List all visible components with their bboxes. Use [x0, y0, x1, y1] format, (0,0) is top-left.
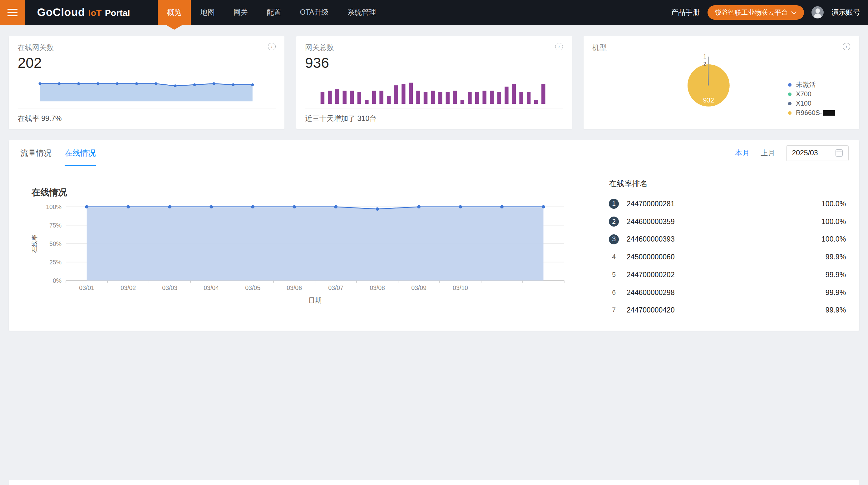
svg-text:75%: 75%	[49, 222, 62, 228]
logo-iot: IoT	[88, 8, 102, 18]
model-legend: 未激活 X700 X100 R9660S-	[788, 80, 835, 118]
product-manual-link[interactable]: 产品手册	[671, 7, 700, 17]
legend-item-x700[interactable]: X700	[788, 89, 835, 99]
tab-online[interactable]: 在线情况	[65, 140, 96, 166]
legend-dot	[788, 102, 792, 105]
svg-text:25%: 25%	[49, 258, 62, 265]
nav-label: 系统管理	[347, 7, 376, 17]
card-title: 网关总数	[305, 43, 563, 53]
legend-label: 未激活	[796, 80, 816, 89]
avatar[interactable]	[811, 6, 824, 19]
svg-text:03/06: 03/06	[287, 284, 302, 291]
redaction-box	[823, 110, 835, 116]
card-total-gateways: 网关总数 936 近三十天增加了 310台	[296, 36, 572, 129]
legend-item-r9660s[interactable]: R9660S-	[788, 109, 835, 118]
online-gateways-sparkline	[18, 71, 276, 108]
platform-selector-label: 锐谷智联工业物联云平台	[715, 8, 788, 17]
legend-label: X700	[796, 90, 811, 98]
top-navbar: GoCloud IoT Portal 概览 地图 网关 配置 OTA升级 系统管…	[0, 0, 868, 25]
svg-text:03/02: 03/02	[121, 284, 136, 291]
online-gateway-count: 202	[18, 55, 276, 71]
legend-dot	[788, 111, 792, 115]
legend-label: X100	[796, 100, 811, 108]
svg-text:2: 2	[703, 61, 706, 67]
panel-tab-bar: 流量情况 在线情况 本月 上月 2025/03	[9, 140, 859, 166]
nav-item-map[interactable]: 地图	[191, 0, 224, 25]
stat-cards-row: 在线网关数 202 在线率 99.7% 网关总数 936 近三十天增加了 310…	[9, 36, 859, 129]
month-picker[interactable]: 2025/03	[786, 145, 849, 161]
online-rate-chart: 0%25%50%75%100%03/0103/0203/0303/0403/05…	[18, 201, 571, 307]
main-nav: 概览 地图 网关 配置 OTA升级 系统管理	[158, 0, 385, 25]
this-month-button[interactable]: 本月	[735, 148, 750, 158]
ranking-row: 2 244600000359 100.0%	[609, 213, 846, 231]
nav-item-overview[interactable]: 概览	[158, 0, 191, 25]
nav-label: 网关	[234, 7, 248, 17]
svg-text:03/10: 03/10	[453, 284, 468, 291]
added-count-text: 近三十天增加了 310台	[305, 114, 377, 123]
ranking-row: 4 245000000060 99.9%	[609, 248, 846, 266]
account-name[interactable]: 演示账号	[832, 7, 860, 17]
svg-text:0%: 0%	[53, 277, 62, 284]
platform-selector[interactable]: 锐谷智联工业物联云平台	[708, 5, 804, 20]
online-rate-text: 在线率 99.7%	[18, 114, 62, 123]
svg-text:03/08: 03/08	[370, 284, 385, 291]
info-icon[interactable]	[268, 43, 276, 51]
card-footer: 在线率 99.7%	[18, 108, 276, 129]
device-id: 244600000359	[627, 218, 675, 226]
device-id: 244700000420	[627, 306, 675, 314]
rank-number: 5	[609, 270, 619, 280]
ranking-row: 5 244700000202 99.9%	[609, 266, 846, 284]
gateways-added-barchart	[305, 71, 563, 108]
nav-label: 概览	[167, 7, 181, 17]
panel-body: 在线情况 0%25%50%75%100%03/0103/0203/0303/04…	[9, 166, 859, 319]
legend-item-x100[interactable]: X100	[788, 99, 835, 108]
online-rate: 99.9%	[826, 253, 846, 261]
svg-text:1: 1	[703, 53, 706, 60]
chart-title: 在线情况	[32, 187, 596, 198]
rank-badge: 3	[609, 234, 619, 245]
rank-number: 4	[609, 252, 619, 262]
logo-portal: Portal	[105, 8, 130, 18]
legend-dot	[788, 92, 792, 96]
pie-chart: 12932	[675, 50, 747, 122]
nav-item-config[interactable]: 配置	[257, 0, 290, 25]
device-id: 244700000202	[627, 270, 675, 279]
legend-dot	[788, 83, 792, 87]
card-models: 机型 12932 未激活 X700 X100	[584, 36, 859, 129]
nav-item-gateway[interactable]: 网关	[224, 0, 257, 25]
online-rate: 99.9%	[826, 306, 846, 314]
period-controls: 本月 上月 2025/03	[735, 145, 849, 161]
hamburger-menu-icon[interactable]	[0, 0, 25, 25]
model-pie-area: 12932 未激活 X700 X100	[592, 53, 850, 130]
svg-text:03/03: 03/03	[162, 284, 177, 291]
tab-traffic[interactable]: 流量情况	[21, 140, 52, 166]
legend-item-inactive[interactable]: 未激活	[788, 80, 835, 89]
nav-item-ota[interactable]: OTA升级	[290, 0, 338, 25]
last-month-button[interactable]: 上月	[761, 148, 775, 158]
rank-number: 6	[609, 287, 619, 297]
month-picker-value: 2025/03	[792, 149, 836, 157]
svg-text:在线率: 在线率	[31, 234, 38, 253]
app-root: GoCloud IoT Portal 概览 地图 网关 配置 OTA升级 系统管…	[0, 0, 868, 485]
tab-label: 在线情况	[65, 148, 96, 158]
nav-item-system[interactable]: 系统管理	[338, 0, 385, 25]
ranking-row: 1 244700000281 100.0%	[609, 195, 846, 213]
ranking-row: 6 244600000298 99.9%	[609, 284, 846, 302]
device-id: 244600000298	[627, 288, 675, 297]
card-footer: 近三十天增加了 310台	[305, 108, 563, 129]
ranking-row: 3 244600000393 100.0%	[609, 231, 846, 249]
rank-badge: 2	[609, 217, 619, 227]
device-id: 245000000060	[627, 253, 675, 261]
total-gateway-count: 936	[305, 55, 563, 71]
card-title: 在线网关数	[18, 43, 276, 53]
svg-text:03/07: 03/07	[328, 284, 343, 291]
online-rate: 100.0%	[822, 218, 846, 226]
svg-text:03/05: 03/05	[245, 284, 260, 291]
navbar-right: 产品手册 锐谷智联工业物联云平台 演示账号	[671, 5, 868, 20]
app-logo: GoCloud IoT Portal	[37, 6, 130, 19]
svg-text:日期: 日期	[308, 296, 322, 304]
card-online-gateways: 在线网关数 202 在线率 99.7%	[9, 36, 284, 129]
svg-text:932: 932	[703, 97, 714, 104]
sparkline-chart	[18, 80, 276, 105]
online-rate-chart-area: 在线情况 0%25%50%75%100%03/0103/0203/0303/04…	[18, 166, 596, 319]
